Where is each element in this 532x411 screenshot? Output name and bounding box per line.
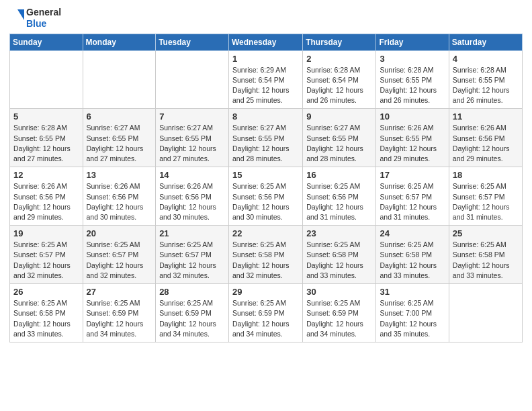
day-info: Sunrise: 6:25 AMSunset: 6:59 PMDaylight:… [306, 298, 373, 339]
day-info: Sunrise: 6:25 AMSunset: 6:56 PMDaylight:… [232, 181, 300, 222]
day-info: Sunrise: 6:27 AMSunset: 6:55 PMDaylight:… [87, 123, 153, 164]
logo-icon [9, 8, 24, 28]
calendar-page: GeneralBlue SundayMondayTuesdayWednesday… [0, 0, 532, 411]
day-info: Sunrise: 6:26 AMSunset: 6:56 PMDaylight:… [13, 181, 80, 222]
day-number: 24 [380, 228, 445, 238]
day-of-week-header: Thursday [303, 34, 376, 50]
calendar-cell: 5Sunrise: 6:28 AMSunset: 6:55 PMDaylight… [10, 109, 83, 167]
day-info: Sunrise: 6:25 AMSunset: 6:57 PMDaylight:… [159, 240, 226, 281]
day-info: Sunrise: 6:25 AMSunset: 7:00 PMDaylight:… [380, 298, 445, 339]
calendar-cell [10, 50, 83, 109]
day-number: 21 [159, 228, 226, 238]
day-info: Sunrise: 6:25 AMSunset: 6:58 PMDaylight:… [13, 298, 80, 339]
day-info: Sunrise: 6:25 AMSunset: 6:58 PMDaylight:… [306, 240, 373, 281]
day-number: 10 [380, 111, 445, 122]
svg-marker-0 [17, 9, 24, 20]
day-info: Sunrise: 6:25 AMSunset: 6:58 PMDaylight:… [380, 240, 445, 281]
calendar-cell: 3Sunrise: 6:28 AMSunset: 6:55 PMDaylight… [376, 50, 449, 109]
calendar-cell: 15Sunrise: 6:25 AMSunset: 6:56 PMDayligh… [228, 167, 302, 226]
day-number: 14 [159, 170, 226, 180]
calendar-cell [83, 50, 156, 109]
calendar-week-row: 26Sunrise: 6:25 AMSunset: 6:58 PMDayligh… [10, 284, 523, 342]
day-number: 22 [232, 228, 300, 238]
day-number: 6 [87, 111, 153, 122]
day-number: 23 [306, 228, 373, 238]
calendar-header-row: SundayMondayTuesdayWednesdayThursdayFrid… [10, 34, 523, 50]
day-info: Sunrise: 6:26 AMSunset: 6:56 PMDaylight:… [159, 181, 226, 222]
calendar-cell [156, 50, 229, 109]
day-number: 13 [87, 170, 153, 180]
calendar-cell: 30Sunrise: 6:25 AMSunset: 6:59 PMDayligh… [303, 284, 376, 342]
day-of-week-header: Friday [376, 34, 449, 50]
header: GeneralBlue [9, 7, 523, 30]
calendar-cell: 14Sunrise: 6:26 AMSunset: 6:56 PMDayligh… [156, 167, 229, 226]
calendar-week-row: 19Sunrise: 6:25 AMSunset: 6:57 PMDayligh… [10, 226, 523, 284]
logo-text-block: GeneralBlue [26, 7, 61, 30]
day-number: 16 [306, 170, 373, 180]
day-number: 1 [232, 54, 300, 64]
day-number: 15 [232, 170, 300, 180]
calendar-cell: 20Sunrise: 6:25 AMSunset: 6:57 PMDayligh… [83, 226, 156, 284]
calendar-week-row: 12Sunrise: 6:26 AMSunset: 6:56 PMDayligh… [10, 167, 523, 226]
calendar-cell: 10Sunrise: 6:26 AMSunset: 6:55 PMDayligh… [376, 109, 449, 167]
day-number: 20 [87, 228, 153, 238]
logo: GeneralBlue [9, 7, 61, 30]
day-info: Sunrise: 6:25 AMSunset: 6:59 PMDaylight:… [87, 298, 153, 339]
day-info: Sunrise: 6:28 AMSunset: 6:55 PMDaylight:… [13, 123, 80, 164]
day-number: 19 [13, 228, 80, 238]
calendar-cell: 13Sunrise: 6:26 AMSunset: 6:56 PMDayligh… [83, 167, 156, 226]
calendar-cell: 29Sunrise: 6:25 AMSunset: 6:59 PMDayligh… [228, 284, 302, 342]
day-info: Sunrise: 6:28 AMSunset: 6:54 PMDaylight:… [306, 65, 373, 106]
day-of-week-header: Monday [83, 34, 156, 50]
day-number: 17 [380, 170, 445, 180]
calendar-cell: 8Sunrise: 6:27 AMSunset: 6:55 PMDaylight… [228, 109, 302, 167]
day-number: 9 [306, 111, 373, 122]
day-number: 30 [306, 287, 373, 297]
day-info: Sunrise: 6:25 AMSunset: 6:56 PMDaylight:… [306, 181, 373, 222]
day-info: Sunrise: 6:26 AMSunset: 6:56 PMDaylight:… [87, 181, 153, 222]
day-info: Sunrise: 6:25 AMSunset: 6:58 PMDaylight:… [232, 240, 300, 281]
day-number: 12 [13, 170, 80, 180]
calendar-cell: 19Sunrise: 6:25 AMSunset: 6:57 PMDayligh… [10, 226, 83, 284]
calendar-cell: 9Sunrise: 6:27 AMSunset: 6:55 PMDaylight… [303, 109, 376, 167]
calendar-cell: 17Sunrise: 6:25 AMSunset: 6:57 PMDayligh… [376, 167, 449, 226]
calendar-cell: 6Sunrise: 6:27 AMSunset: 6:55 PMDaylight… [83, 109, 156, 167]
day-number: 8 [232, 111, 300, 122]
day-number: 31 [380, 287, 445, 297]
calendar-cell [449, 284, 522, 342]
day-number: 7 [159, 111, 226, 122]
day-info: Sunrise: 6:27 AMSunset: 6:55 PMDaylight:… [232, 123, 300, 164]
logo-text: GeneralBlue [9, 7, 61, 30]
day-info: Sunrise: 6:28 AMSunset: 6:55 PMDaylight:… [380, 65, 445, 106]
calendar-cell: 27Sunrise: 6:25 AMSunset: 6:59 PMDayligh… [83, 284, 156, 342]
day-info: Sunrise: 6:25 AMSunset: 6:58 PMDaylight:… [453, 240, 519, 281]
day-number: 18 [453, 170, 519, 180]
calendar-cell: 24Sunrise: 6:25 AMSunset: 6:58 PMDayligh… [376, 226, 449, 284]
day-info: Sunrise: 6:25 AMSunset: 6:57 PMDaylight:… [380, 181, 445, 222]
day-number: 25 [453, 228, 519, 238]
calendar-week-row: 5Sunrise: 6:28 AMSunset: 6:55 PMDaylight… [10, 109, 523, 167]
day-number: 4 [453, 54, 519, 64]
day-of-week-header: Tuesday [156, 34, 229, 50]
calendar-cell: 16Sunrise: 6:25 AMSunset: 6:56 PMDayligh… [303, 167, 376, 226]
calendar-cell: 18Sunrise: 6:25 AMSunset: 6:57 PMDayligh… [449, 167, 522, 226]
calendar-cell: 11Sunrise: 6:26 AMSunset: 6:56 PMDayligh… [449, 109, 522, 167]
day-of-week-header: Saturday [449, 34, 522, 50]
day-info: Sunrise: 6:27 AMSunset: 6:55 PMDaylight:… [159, 123, 226, 164]
calendar-table: SundayMondayTuesdayWednesdayThursdayFrid… [9, 34, 523, 342]
calendar-cell: 28Sunrise: 6:25 AMSunset: 6:59 PMDayligh… [156, 284, 229, 342]
day-info: Sunrise: 6:26 AMSunset: 6:55 PMDaylight:… [380, 123, 445, 164]
day-info: Sunrise: 6:25 AMSunset: 6:59 PMDaylight:… [232, 298, 300, 339]
calendar-cell: 22Sunrise: 6:25 AMSunset: 6:58 PMDayligh… [228, 226, 302, 284]
day-info: Sunrise: 6:27 AMSunset: 6:55 PMDaylight:… [306, 123, 373, 164]
calendar-cell: 4Sunrise: 6:28 AMSunset: 6:55 PMDaylight… [449, 50, 522, 109]
calendar-cell: 1Sunrise: 6:29 AMSunset: 6:54 PMDaylight… [228, 50, 302, 109]
day-number: 5 [13, 111, 80, 122]
calendar-cell: 21Sunrise: 6:25 AMSunset: 6:57 PMDayligh… [156, 226, 229, 284]
day-info: Sunrise: 6:25 AMSunset: 6:57 PMDaylight:… [87, 240, 153, 281]
day-number: 26 [13, 287, 80, 297]
day-number: 29 [232, 287, 300, 297]
day-info: Sunrise: 6:28 AMSunset: 6:55 PMDaylight:… [453, 65, 519, 106]
calendar-cell: 7Sunrise: 6:27 AMSunset: 6:55 PMDaylight… [156, 109, 229, 167]
calendar-cell: 23Sunrise: 6:25 AMSunset: 6:58 PMDayligh… [303, 226, 376, 284]
